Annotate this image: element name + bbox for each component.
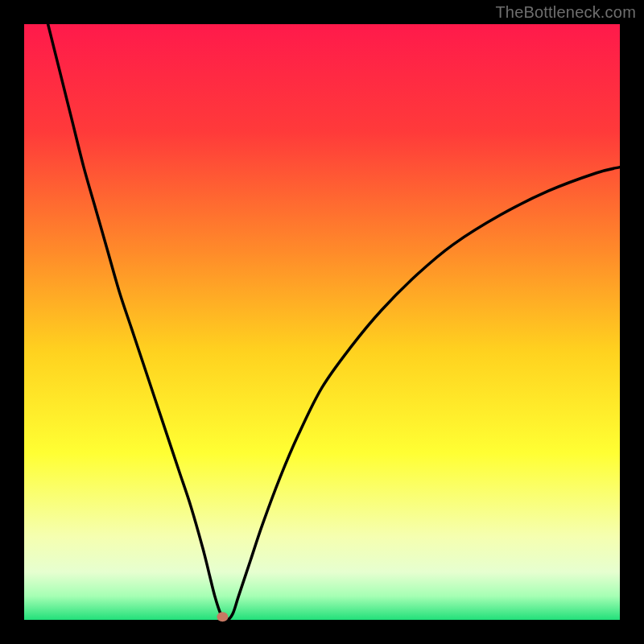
watermark-text: TheBottleneck.com [495,3,636,22]
plot-background [24,24,620,620]
chart-frame: TheBottleneck.com [0,0,644,644]
min-marker [217,612,228,621]
chart-svg [0,0,644,644]
